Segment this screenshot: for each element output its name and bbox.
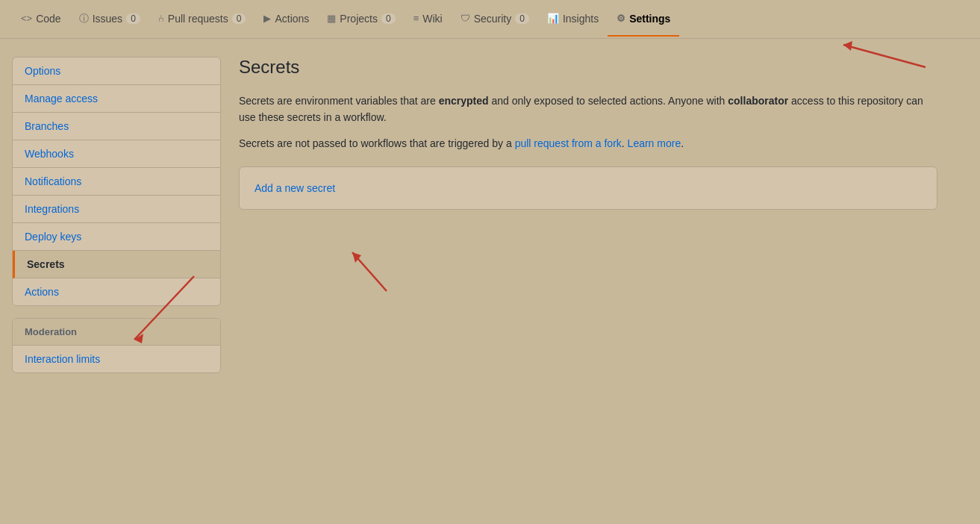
settings-icon: ⚙: [617, 13, 625, 24]
tab-actions[interactable]: ▶ Actions: [255, 2, 318, 37]
tab-projects[interactable]: ▦ Projects 0: [318, 2, 404, 37]
sidebar-moderation-section: Moderation Interaction limits: [12, 318, 221, 373]
tab-wiki[interactable]: ≡ Wiki: [405, 2, 452, 37]
tab-security[interactable]: 🛡 Security 0: [452, 2, 538, 37]
tab-settings[interactable]: ⚙ Settings: [608, 2, 679, 37]
sidebar-item-secrets[interactable]: Secrets: [13, 251, 220, 278]
issues-icon: ⓘ: [79, 12, 89, 25]
sidebar-item-notifications[interactable]: Notifications: [13, 168, 220, 196]
sidebar-item-branches[interactable]: Branches: [13, 113, 220, 140]
pull-request-fork-link[interactable]: pull request from a fork: [515, 137, 622, 149]
sidebar-item-deploy-keys[interactable]: Deploy keys: [13, 223, 220, 251]
sidebar-item-integrations[interactable]: Integrations: [13, 196, 220, 223]
sidebar-main-section: Options Manage access Branches Webhooks …: [12, 57, 221, 306]
sidebar-item-actions[interactable]: Actions: [13, 278, 220, 305]
sidebar: Options Manage access Branches Webhooks …: [12, 57, 221, 385]
description-line1: Secrets are environment variables that a…: [239, 93, 937, 126]
sidebar-item-interaction-limits[interactable]: Interaction limits: [13, 346, 220, 372]
insights-icon: 📊: [547, 13, 559, 24]
sidebar-moderation-header: Moderation: [13, 319, 220, 346]
security-icon: 🛡: [461, 13, 470, 24]
tab-code[interactable]: <> Code: [12, 2, 70, 37]
projects-icon: ▦: [327, 13, 336, 24]
actions-icon: ▶: [263, 13, 271, 24]
tab-insights[interactable]: 📊 Insights: [538, 2, 608, 37]
code-icon: <>: [21, 13, 32, 24]
main-content: Secrets Secrets are environment variable…: [239, 57, 937, 385]
page-title: Secrets: [239, 57, 937, 78]
sidebar-item-options[interactable]: Options: [13, 57, 220, 85]
pr-icon: ⑃: [158, 13, 164, 24]
learn-more-link[interactable]: Learn more: [628, 137, 681, 149]
tab-issues[interactable]: ⓘ Issues 0: [70, 1, 149, 37]
sidebar-item-webhooks[interactable]: Webhooks: [13, 140, 220, 168]
top-nav: <> Code ⓘ Issues 0 ⑃ Pull requests 0 ▶ A…: [0, 0, 980, 39]
add-secret-box[interactable]: Add a new secret: [239, 166, 937, 210]
add-secret-link[interactable]: Add a new secret: [255, 182, 335, 194]
tab-pull-requests[interactable]: ⑃ Pull requests 0: [149, 2, 255, 37]
main-layout: Options Manage access Branches Webhooks …: [0, 39, 955, 403]
wiki-icon: ≡: [413, 13, 419, 24]
description-line2: Secrets are not passed to workflows that…: [239, 135, 937, 152]
sidebar-item-manage-access[interactable]: Manage access: [13, 85, 220, 113]
